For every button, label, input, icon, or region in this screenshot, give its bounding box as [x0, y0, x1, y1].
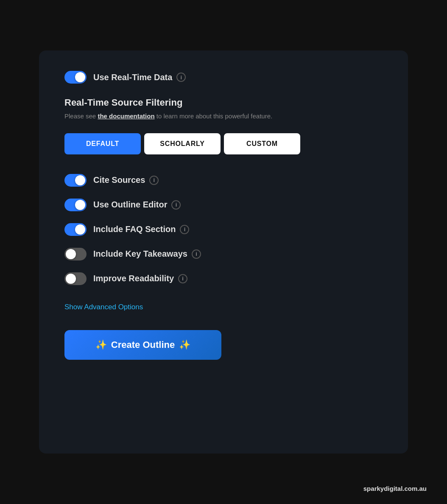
readability-info-icon[interactable]: i [178, 274, 187, 283]
faq-section-row: Include FAQ Section i [64, 217, 383, 242]
filter-buttons-group: DEFAULT SCHOLARLY CUSTOM [64, 133, 383, 154]
advanced-options-link[interactable]: Show Advanced Options [64, 303, 383, 311]
realtime-info-icon[interactable]: i [176, 73, 186, 82]
filter-default-button[interactable]: DEFAULT [64, 133, 141, 154]
key-takeaways-info-icon[interactable]: i [192, 249, 201, 259]
faq-section-info-icon[interactable]: i [180, 225, 189, 234]
section-desc: Please see the documentation to learn mo… [64, 112, 383, 121]
documentation-link[interactable]: the documentation [98, 112, 154, 120]
settings-list: Cite Sources i Use Outline Editor i Incl… [64, 168, 383, 291]
cite-sources-info-icon[interactable]: i [149, 176, 159, 185]
readability-label: Improve Readability i [93, 274, 187, 283]
faq-section-toggle[interactable] [64, 223, 87, 236]
key-takeaways-label: Include Key Takeaways i [93, 249, 201, 259]
settings-card: Use Real-Time Data i Real-Time Source Fi… [39, 50, 408, 454]
filter-custom-button[interactable]: CUSTOM [224, 133, 300, 154]
readability-row: Improve Readability i [64, 266, 383, 291]
cite-sources-row: Cite Sources i [64, 168, 383, 193]
outline-editor-info-icon[interactable]: i [171, 200, 181, 210]
filter-scholarly-button[interactable]: SCHOLARLY [144, 133, 221, 154]
faq-section-label: Include FAQ Section i [93, 224, 189, 234]
realtime-toggle-row: Use Real-Time Data i [64, 71, 383, 84]
create-outline-label: Create Outline [111, 339, 175, 350]
outline-editor-row: Use Outline Editor i [64, 193, 383, 217]
outline-editor-label: Use Outline Editor i [93, 200, 181, 210]
realtime-toggle[interactable] [64, 71, 87, 84]
readability-toggle[interactable] [64, 272, 87, 285]
realtime-toggle-label: Use Real-Time Data i [93, 73, 186, 82]
sparkle-left-icon: ✨ [95, 339, 107, 350]
cite-sources-label: Cite Sources i [93, 175, 159, 185]
section-title: Real-Time Source Filtering [64, 97, 383, 108]
footer-text: sparkydigital.com.au [363, 485, 427, 492]
sparkle-right-icon: ✨ [179, 339, 190, 350]
outline-editor-toggle[interactable] [64, 199, 87, 211]
key-takeaways-toggle[interactable] [64, 248, 87, 260]
create-outline-button[interactable]: ✨ Create Outline ✨ [64, 330, 221, 360]
cite-sources-toggle[interactable] [64, 174, 87, 187]
key-takeaways-row: Include Key Takeaways i [64, 242, 383, 266]
